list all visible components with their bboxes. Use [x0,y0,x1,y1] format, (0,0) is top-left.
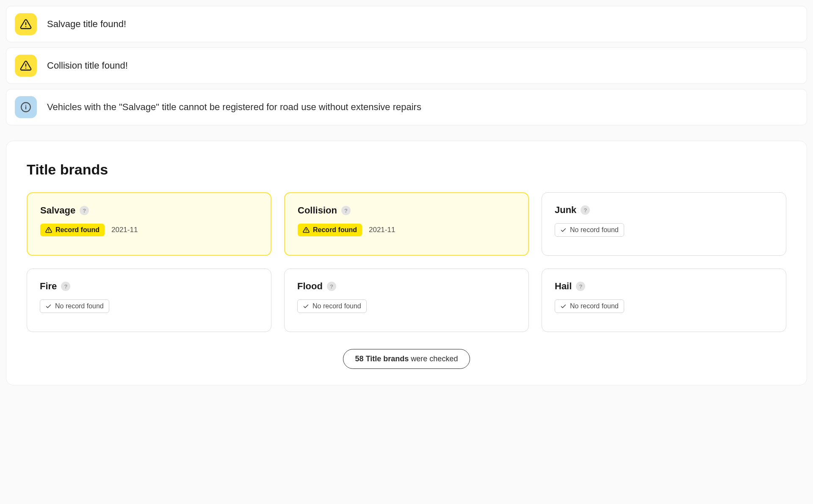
help-icon[interactable]: ? [576,282,585,291]
record-found-badge: Record found [40,224,105,236]
badge-label: Record found [313,226,357,234]
badge-label: No record found [570,226,619,234]
brand-flood: Flood ? No record found [284,269,529,332]
help-icon[interactable]: ? [327,282,336,291]
alert-text: Collision title found! [47,60,128,71]
info-icon [15,96,37,118]
brand-grid: Salvage ? Record found 2021-11 Collision… [27,192,786,332]
checked-suffix: were checked [411,354,458,363]
brand-fire: Fire ? No record found [27,269,271,332]
brand-collision: Collision ? Record found 2021-11 [284,192,529,256]
badge-label: No record found [55,302,104,310]
brand-name: Collision [298,205,337,216]
warning-icon [15,55,37,77]
no-record-badge: No record found [555,223,624,237]
brand-name: Junk [555,205,576,216]
record-date: 2021-11 [111,226,138,234]
alert-text: Salvage title found! [47,19,126,30]
badge-label: No record found [570,302,619,310]
no-record-badge: No record found [40,299,109,313]
title-brands-section: Title brands Salvage ? Record found 2021… [6,141,807,385]
alert-text: Vehicles with the "Salvage" title cannot… [47,102,421,113]
brand-name: Flood [297,281,323,292]
help-icon[interactable]: ? [341,206,351,215]
brands-checked-pill[interactable]: 58 Title brands were checked [343,349,470,369]
help-icon[interactable]: ? [80,206,89,215]
badge-label: No record found [312,302,361,310]
warning-icon [15,13,37,35]
help-icon[interactable]: ? [581,205,590,215]
brand-name: Hail [555,281,572,292]
help-icon[interactable]: ? [61,282,70,291]
brand-hail: Hail ? No record found [542,269,786,332]
alert-collision: Collision title found! [6,47,807,84]
badge-label: Record found [55,226,100,234]
alert-info-salvage-note: Vehicles with the "Salvage" title cannot… [6,89,807,125]
no-record-badge: No record found [297,299,367,313]
brand-junk: Junk ? No record found [542,192,786,256]
section-title: Title brands [27,161,786,178]
brand-salvage: Salvage ? Record found 2021-11 [27,192,271,256]
checked-label: Title brands [366,354,409,363]
brand-name: Salvage [40,205,75,216]
no-record-badge: No record found [555,299,624,313]
record-date: 2021-11 [369,226,395,234]
checked-count: 58 [355,354,364,363]
brands-checked-footer: 58 Title brands were checked [27,349,786,369]
record-found-badge: Record found [298,224,362,236]
alert-salvage: Salvage title found! [6,6,807,42]
brand-name: Fire [40,281,57,292]
